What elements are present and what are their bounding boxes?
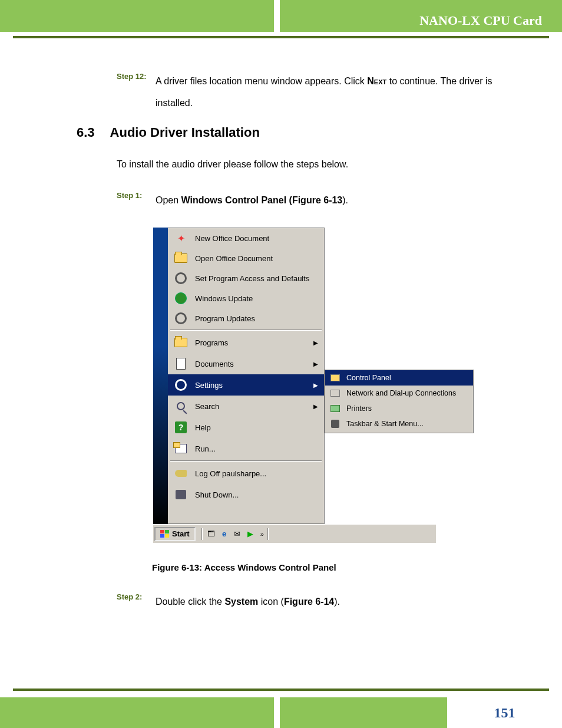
submenu-item-label: Taskbar & Start Menu... xyxy=(346,420,424,428)
header-rule xyxy=(13,36,549,38)
menu-item-program-updates[interactable]: Program Updates xyxy=(168,308,324,328)
product-name: NANO-LX CPU Card xyxy=(419,13,542,28)
next-smallcaps: Next xyxy=(367,76,386,86)
step-12: Step 12: A driver files location menu wi… xyxy=(117,71,524,114)
start-button[interactable]: Start xyxy=(154,527,196,541)
menu-item-label: Set Program Access and Defaults xyxy=(195,274,324,283)
printers-icon xyxy=(329,403,342,414)
text: Open xyxy=(156,195,181,205)
submenu-item-control-panel[interactable]: Control Panel xyxy=(325,370,473,386)
menu-item-search[interactable]: Search ▶ xyxy=(168,396,324,417)
section-heading: 6.3 Audio Driver Installation xyxy=(77,125,524,140)
menu-item-label: Shut Down... xyxy=(195,490,324,499)
media-icon[interactable]: ▶ xyxy=(245,529,256,539)
text: icon ( xyxy=(258,597,284,607)
brand-light: Professional xyxy=(144,400,154,453)
doc-icon xyxy=(173,355,189,372)
menu-item-label: Search xyxy=(195,402,313,411)
submenu-item-printers[interactable]: Printers xyxy=(325,401,473,416)
menu-item-run[interactable]: Run... xyxy=(168,438,324,459)
gear-icon xyxy=(173,377,189,393)
text: ). xyxy=(342,195,348,205)
content-area: Step 12: A driver files location menu wi… xyxy=(77,71,524,620)
quick-launch: 🗔 e ✉ ▶ » xyxy=(200,528,270,540)
windows-flag-icon xyxy=(160,530,170,538)
brand-bold: Windows 2000 xyxy=(144,452,154,519)
menu-item-help[interactable]: ? Help xyxy=(168,417,324,438)
chevron-right-icon: ▶ xyxy=(313,403,318,410)
step-text: A driver files location menu window appe… xyxy=(156,71,524,114)
menu-item-label: Windows Update xyxy=(195,294,324,303)
step-label: Step 1: xyxy=(117,190,156,200)
key-icon xyxy=(173,465,189,482)
submenu-item-network[interactable]: Network and Dial-up Connections xyxy=(325,386,473,401)
menu-item-label: Program Updates xyxy=(195,314,324,323)
footer-divider xyxy=(274,697,280,728)
menu-item-label: Run... xyxy=(195,444,324,453)
menu-item-open-office-document[interactable]: Open Office Document xyxy=(168,248,324,268)
gear-icon xyxy=(173,270,189,286)
power-icon xyxy=(173,486,189,503)
step-label: Step 2: xyxy=(117,591,156,601)
star-icon: ✦ xyxy=(173,230,189,246)
menu-item-documents[interactable]: Documents ▶ xyxy=(168,353,324,374)
text: A driver files location menu window appe… xyxy=(156,76,367,86)
chevron-right-icon: ▶ xyxy=(313,361,318,367)
settings-submenu: Control Panel Network and Dial-up Connec… xyxy=(325,370,474,433)
step-1: Step 1: Open Windows Control Panel (Figu… xyxy=(117,190,524,212)
page-number: 151 xyxy=(494,705,515,721)
menu-item-shut-down[interactable]: Shut Down... xyxy=(168,484,324,505)
submenu-item-label: Printers xyxy=(346,404,372,413)
menu-item-label: Open Office Document xyxy=(195,254,324,263)
document-page: NANO-LX CPU Card Step 12: A driver files… xyxy=(0,0,562,728)
text: ). xyxy=(334,597,340,607)
menu-item-label: Help xyxy=(195,423,324,432)
menu-item-settings[interactable]: Settings ▶ xyxy=(168,374,324,396)
panel-icon xyxy=(329,373,342,383)
menu-item-label: Log Off paulsharpe... xyxy=(195,469,324,478)
outlook-icon[interactable]: ✉ xyxy=(232,529,243,539)
text: Double click the xyxy=(156,597,224,607)
gear-icon xyxy=(173,310,189,327)
footer-rule xyxy=(13,689,549,691)
menu-separator xyxy=(170,330,322,331)
submenu-item-taskbar[interactable]: Taskbar & Start Menu... xyxy=(325,416,473,431)
run-icon xyxy=(173,440,189,457)
step-text: Open Windows Control Panel (Figure 6-13)… xyxy=(156,190,524,212)
search-icon xyxy=(173,398,189,414)
start-menu-column: ✦ New Office Document Open Office Docume… xyxy=(168,228,325,524)
chevron-right-icon: ▶ xyxy=(313,340,318,346)
menu-item-programs[interactable]: Programs ▶ xyxy=(168,332,324,353)
taskbar-icon xyxy=(329,419,342,429)
menu-item-label: Documents xyxy=(195,360,313,368)
chevron-right-icon[interactable]: » xyxy=(260,531,264,538)
ie-icon[interactable]: e xyxy=(219,529,230,539)
bold: Figure 6-14 xyxy=(284,597,334,607)
submenu-item-label: Control Panel xyxy=(346,374,391,382)
menu-item-label: Programs xyxy=(195,338,313,347)
header-divider xyxy=(274,0,280,32)
menu-separator xyxy=(170,460,322,462)
globe-icon xyxy=(173,290,189,307)
start-menu-brand-band: Windows 2000 Professional xyxy=(153,228,168,524)
bold: Windows Control Panel (Figure 6-13 xyxy=(181,195,343,205)
section-number: 6.3 xyxy=(77,125,95,140)
step-2: Step 2: Double click the System icon (Fi… xyxy=(117,591,524,613)
page-number-box: 151 xyxy=(447,697,562,728)
help-icon: ? xyxy=(173,419,189,436)
menu-item-set-program-access[interactable]: Set Program Access and Defaults xyxy=(168,268,324,288)
step-text: Double click the System icon (Figure 6-1… xyxy=(156,591,524,613)
menu-item-windows-update[interactable]: Windows Update xyxy=(168,288,324,308)
intro-text: To install the audio driver please follo… xyxy=(117,159,524,170)
network-icon xyxy=(329,388,342,398)
figure-caption: Figure 6-13: Access Windows Control Pane… xyxy=(152,562,524,572)
desktop-icon[interactable]: 🗔 xyxy=(206,529,217,539)
step-label: Step 12: xyxy=(117,71,156,81)
menu-item-new-office-document[interactable]: ✦ New Office Document xyxy=(168,228,324,248)
folder-icon xyxy=(173,250,189,266)
bold: System xyxy=(224,597,258,607)
menu-item-label: Settings xyxy=(195,381,313,390)
section-title: Audio Driver Installation xyxy=(110,125,260,140)
menu-item-label: New Office Document xyxy=(195,234,324,243)
menu-item-log-off[interactable]: Log Off paulsharpe... xyxy=(168,463,324,484)
